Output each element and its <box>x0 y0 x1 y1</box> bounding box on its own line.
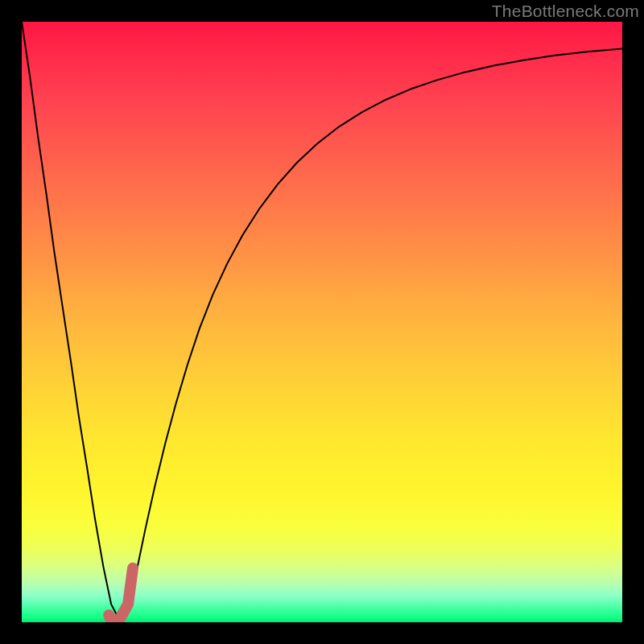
chart-frame: TheBottleneck.com <box>0 0 644 644</box>
watermark-text: TheBottleneck.com <box>492 2 639 21</box>
plot-area <box>22 22 622 622</box>
curve-layer <box>22 22 622 622</box>
bottleneck-curve <box>22 22 622 621</box>
accent-j-marker <box>109 568 133 621</box>
